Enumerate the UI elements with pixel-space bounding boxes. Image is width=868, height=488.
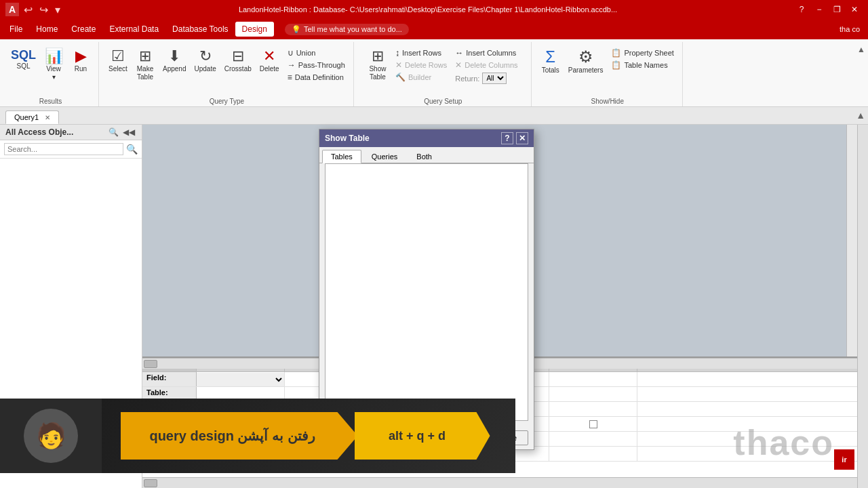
dialog-tab-bar: Tables Queries Both xyxy=(319,147,534,163)
dialog-title: Show Table xyxy=(325,134,370,143)
dialog-titlebar: Show Table ? ✕ xyxy=(319,129,534,147)
dialog-title-controls: ? ✕ xyxy=(501,132,528,144)
dialog-close-icon[interactable]: ✕ xyxy=(516,132,528,144)
instructor-avatar: 🧑 xyxy=(0,399,102,473)
annotation-left-text: query design رفتن به آپشن xyxy=(149,428,328,444)
dialog-tab-both[interactable]: Both xyxy=(408,150,441,163)
arrow-shape: query design رفتن به آپشن alt + q + d xyxy=(121,412,490,460)
dialog-content-area xyxy=(325,163,528,421)
dialog-tab-tables[interactable]: Tables xyxy=(322,150,361,163)
avatar-image: 🧑 xyxy=(24,409,78,463)
annotation-bar: 🧑 query design رفتن به آپشن alt + q + d xyxy=(0,399,515,473)
dialog-tab-queries[interactable]: Queries xyxy=(363,150,407,163)
annotation-arrow-area: query design رفتن به آپشن alt + q + d xyxy=(102,399,515,473)
annotation-right-text: alt + q + d xyxy=(389,429,456,443)
dialog-help-btn[interactable]: ? xyxy=(501,132,513,144)
annotation-left-arrow: query design رفتن به آپشن xyxy=(121,412,358,460)
annotation-right-arrow: alt + q + d xyxy=(355,412,490,460)
